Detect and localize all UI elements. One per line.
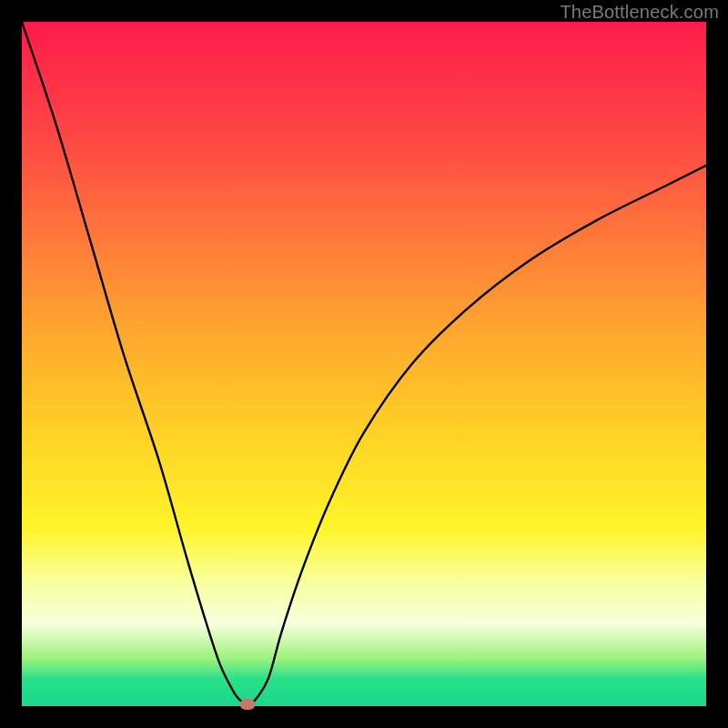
plot-area (22, 22, 706, 706)
bottleneck-curve (22, 22, 706, 706)
chart-frame: TheBottleneck.com (0, 0, 728, 728)
minimum-marker (240, 699, 255, 710)
watermark-text: TheBottleneck.com (560, 2, 719, 23)
